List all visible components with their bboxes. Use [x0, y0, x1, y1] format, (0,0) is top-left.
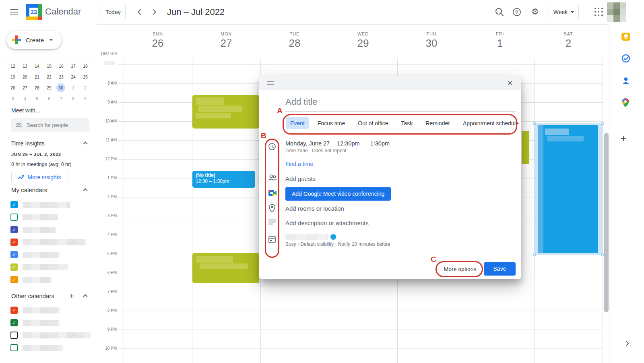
day-name[interactable]: MON — [192, 31, 260, 36]
main-menu-icon[interactable] — [10, 8, 19, 17]
collapse-my-calendars-icon[interactable] — [83, 188, 87, 193]
collapse-time-insights-icon[interactable] — [83, 141, 87, 146]
calendar-checkbox-checked[interactable]: ✓ — [10, 319, 18, 326]
minical-day[interactable]: 28 — [32, 84, 42, 92]
event-saturday-selected[interactable] — [534, 123, 603, 255]
minical-day[interactable]: 23 — [56, 73, 66, 81]
minical-day[interactable]: 13 — [20, 62, 30, 70]
minical-day[interactable]: 22 — [44, 73, 54, 81]
minical-day[interactable]: 6 — [44, 95, 54, 103]
event-friday-sliver[interactable] — [522, 131, 529, 164]
save-button[interactable]: Save — [484, 262, 516, 276]
calendar-checkbox-checked[interactable]: ✓ — [10, 226, 18, 233]
day-number[interactable]: 26 — [124, 37, 192, 50]
find-a-time-link[interactable]: Find a time — [285, 161, 313, 167]
minical-day[interactable]: 16 — [56, 62, 66, 70]
get-addons-icon[interactable]: + — [621, 133, 626, 144]
calendar-checkbox-checked[interactable]: ✓ — [10, 251, 18, 258]
contacts-icon[interactable] — [621, 76, 630, 85]
avatar[interactable] — [607, 2, 626, 22]
tasks-icon[interactable] — [621, 54, 630, 63]
day-number[interactable]: 27 — [192, 37, 260, 50]
previous-week-icon[interactable] — [138, 9, 143, 15]
event-monday-notitle[interactable]: (No title) 12:30 – 1:30pm — [192, 171, 255, 188]
close-icon[interactable]: ✕ — [505, 78, 515, 89]
minical-day[interactable]: 15 — [44, 62, 54, 70]
calendar-checkbox-unchecked[interactable] — [10, 332, 18, 339]
create-button[interactable]: Create — [6, 31, 62, 49]
settings-gear-icon[interactable]: ⚙ — [531, 7, 541, 17]
calendar-checkbox-checked[interactable]: ✓ — [10, 307, 18, 314]
collapse-other-calendars-icon[interactable] — [83, 294, 87, 299]
calendar-checkbox-unchecked[interactable] — [10, 344, 18, 351]
keep-icon[interactable] — [621, 33, 630, 41]
add-description-field[interactable]: Add description or attachments — [285, 220, 369, 226]
tab-event[interactable]: Event — [286, 117, 309, 129]
minical-day[interactable]: 7 — [56, 95, 66, 103]
next-week-icon[interactable] — [151, 9, 156, 15]
event-monday-evening[interactable] — [192, 253, 259, 283]
calendar-logo[interactable]: 23 — [26, 4, 42, 20]
title-input[interactable]: Add title — [285, 97, 515, 107]
minical-day[interactable]: 5 — [32, 95, 42, 103]
calendar-checkbox-unchecked[interactable] — [10, 214, 18, 221]
minical-day[interactable]: 27 — [20, 84, 30, 92]
minical-day[interactable]: 3 — [8, 95, 18, 103]
add-other-calendars-icon[interactable]: + — [69, 292, 74, 300]
day-number[interactable]: 2 — [534, 37, 603, 50]
day-name[interactable]: WED — [329, 31, 397, 36]
today-button[interactable]: Today — [101, 5, 126, 19]
day-number[interactable]: 1 — [466, 37, 534, 50]
timezone-repeat-row[interactable]: Time zone · Does not repeat — [285, 148, 347, 153]
more-options-button[interactable]: More options — [439, 263, 481, 276]
minical-day[interactable]: 8 — [68, 95, 78, 103]
minical-day[interactable]: 21 — [32, 73, 42, 81]
help-icon[interactable]: ? — [513, 8, 522, 18]
minical-day[interactable]: 9 — [80, 95, 90, 103]
minical-day[interactable]: 26 — [8, 84, 18, 92]
minical-day[interactable]: 4 — [20, 95, 30, 103]
day-number[interactable]: 28 — [260, 37, 329, 50]
minical-day[interactable]: 1 — [68, 84, 78, 92]
search-icon[interactable] — [495, 7, 504, 17]
add-rooms-field[interactable]: Add rooms or location — [285, 205, 344, 212]
maps-icon[interactable] — [621, 98, 630, 107]
tab-appointment-schedule[interactable]: Appointment schedule — [459, 117, 523, 129]
minical-day[interactable]: 17 — [68, 62, 78, 70]
day-number[interactable]: 30 — [397, 37, 466, 50]
minical-day[interactable]: 18 — [80, 62, 90, 70]
day-name[interactable]: THU — [397, 31, 466, 36]
tab-reminder[interactable]: Reminder — [421, 117, 454, 129]
minical-day[interactable]: 19 — [8, 73, 18, 81]
google-apps-icon[interactable] — [594, 8, 603, 17]
minical-day[interactable]: 25 — [80, 73, 90, 81]
view-selector-button[interactable]: Week — [549, 5, 579, 19]
tab-out-of-office[interactable]: Out of office — [354, 117, 392, 129]
calendar-checkbox-checked[interactable]: ✓ — [10, 239, 18, 246]
day-name[interactable]: SUN — [124, 31, 192, 36]
minical-day[interactable]: 30 — [56, 83, 65, 92]
add-meet-button[interactable]: Add Google Meet video conferencing — [285, 187, 391, 201]
minical-day[interactable]: 24 — [68, 73, 78, 81]
day-name[interactable]: SAT — [534, 31, 603, 36]
add-guests-field[interactable]: Add guests — [285, 175, 316, 182]
day-number[interactable]: 29 — [329, 37, 397, 50]
minical-day[interactable]: 2 — [80, 84, 90, 92]
dialog-drag-bar[interactable] — [259, 76, 521, 90]
hide-panel-icon[interactable] — [624, 341, 629, 346]
calendar-checkbox-checked[interactable]: ✓ — [10, 263, 18, 271]
minical-day[interactable]: 20 — [20, 73, 30, 81]
tab-focus-time[interactable]: Focus time — [314, 117, 349, 129]
search-people-input[interactable]: Search for people — [11, 118, 89, 132]
tab-task[interactable]: Task — [397, 117, 417, 129]
calendar-checkbox-checked[interactable]: ✓ — [10, 201, 18, 208]
minical-day[interactable]: 29 — [44, 84, 54, 92]
calendar-checkbox-checked[interactable]: ✓ — [10, 276, 18, 283]
date-time-row[interactable]: Monday, June 27 12:30pm – 1:30pm — [285, 140, 390, 147]
event-monday-morning[interactable] — [192, 95, 259, 129]
day-name[interactable]: FRI — [466, 31, 534, 36]
day-name[interactable]: TUE — [260, 31, 329, 36]
minical-day[interactable]: 12 — [8, 62, 18, 70]
more-insights-button[interactable]: More insights — [11, 171, 68, 183]
vertical-scrollbar[interactable] — [604, 133, 609, 312]
